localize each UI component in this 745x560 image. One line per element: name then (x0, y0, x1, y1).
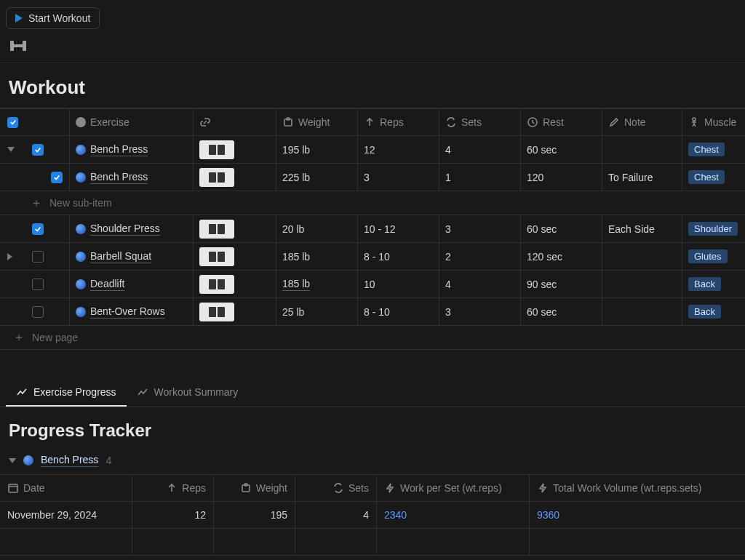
cell-weight: 195 (214, 502, 295, 528)
exercise-name[interactable]: Shoulder Press (90, 223, 160, 236)
col-wps[interactable]: Work per Set (wt.reps) (377, 475, 530, 501)
cell-weight[interactable]: 185 lb (276, 271, 358, 297)
group-header[interactable]: Bench Press 4 (0, 449, 745, 474)
progress-row-empty[interactable] (0, 529, 745, 556)
row-checkbox[interactable] (32, 279, 44, 290)
cell-sets[interactable]: 1 (439, 164, 521, 191)
cell-reps[interactable]: 8 - 10 (358, 243, 439, 270)
exercise-name[interactable]: Deadlift (90, 278, 124, 291)
progress-row[interactable]: November 29, 2024 12 195 4 2340 9360 (0, 502, 745, 529)
new-page-button[interactable]: ＋ New page (0, 326, 745, 349)
cell-weight[interactable]: 20 lb (276, 215, 358, 242)
col-muscle[interactable]: Muscle (682, 109, 745, 135)
cell-weight[interactable]: 225 lb (276, 164, 358, 191)
table-row[interactable]: Shoulder Press20 lb10 - 12360 secEach Si… (0, 215, 745, 243)
muscle-tag[interactable]: Chest (688, 170, 725, 184)
cell-reps[interactable]: 3 (358, 164, 439, 191)
row-checkbox[interactable] (32, 306, 44, 318)
tab-exercise-progress[interactable]: Exercise Progress (6, 379, 127, 407)
cell-wps: 2340 (377, 502, 530, 528)
table-row[interactable]: Deadlift185 lb10490 secBack (0, 271, 745, 298)
muscle-tag[interactable]: Glutes (688, 249, 728, 263)
header-checkbox-cell[interactable] (0, 109, 28, 135)
cell-note[interactable]: To Failure (602, 164, 682, 191)
cell-rest[interactable]: 60 sec (521, 215, 602, 242)
exercise-thumbnail[interactable] (199, 247, 234, 266)
muscle-tag[interactable]: Chest (688, 143, 725, 156)
col-weight[interactable]: Weight (276, 109, 358, 135)
link-icon (199, 116, 211, 128)
muscle-tag[interactable]: Shoulder (688, 222, 738, 236)
table-row[interactable]: Bench Press225 lb31120To FailureChest (0, 164, 745, 191)
dumbbell-icon (10, 42, 26, 49)
cell-reps[interactable]: 10 - 12 (358, 215, 439, 242)
exercise-thumbnail[interactable] (199, 303, 234, 321)
cell-rest[interactable]: 90 sec (521, 271, 602, 297)
cell-note[interactable] (602, 136, 682, 163)
new-sub-item-button[interactable]: ＋New sub-item (0, 191, 745, 215)
cell-weight[interactable]: 185 lb (276, 243, 358, 270)
group-name: Bench Press (41, 454, 98, 467)
col-exercise[interactable]: Exercise (70, 109, 194, 135)
col-sets2[interactable]: Sets (295, 475, 377, 501)
cell-sets[interactable]: 4 (439, 136, 521, 163)
cell-note[interactable] (602, 298, 682, 325)
table-row[interactable]: Bent-Over Rows25 lb8 - 10360 secBack (0, 298, 745, 326)
cell-note[interactable] (602, 271, 682, 297)
bolt-icon (384, 482, 396, 494)
cell-reps[interactable]: 12 (358, 136, 439, 163)
chart-icon (137, 386, 148, 398)
row-checkbox[interactable] (51, 172, 63, 183)
dot-icon (76, 117, 86, 127)
col-sets[interactable]: Sets (439, 109, 521, 135)
exercise-name[interactable]: Barbell Squat (90, 250, 151, 263)
workout-table: Exercise Weight Reps Sets Rest Note (0, 108, 745, 350)
cell-note[interactable]: Each Side (602, 215, 682, 242)
col-date[interactable]: Date (0, 475, 132, 501)
cell-sets[interactable]: 3 (439, 298, 521, 325)
col-note[interactable]: Note (602, 109, 682, 135)
row-checkbox[interactable] (32, 144, 44, 156)
cell-sets[interactable]: 4 (439, 271, 521, 297)
col-weight2[interactable]: Weight (214, 475, 295, 501)
col-rest[interactable]: Rest (521, 109, 602, 135)
cell-rest[interactable]: 60 sec (521, 298, 602, 325)
chevron-down-icon[interactable] (7, 147, 15, 152)
cell-reps[interactable]: 10 (358, 271, 439, 297)
exercise-thumbnail[interactable] (199, 168, 234, 187)
cell-reps: 12 (132, 502, 214, 528)
table-row[interactable]: Barbell Squat185 lb8 - 102120 secGlutes (0, 243, 745, 271)
col-link[interactable] (194, 109, 276, 135)
start-workout-button[interactable]: Start Workout (6, 7, 100, 29)
plus-icon: ＋ (31, 197, 42, 209)
progress-tracker-title: Progress Tracker (0, 407, 745, 449)
cell-weight[interactable]: 25 lb (276, 298, 358, 325)
exercise-thumbnail[interactable] (199, 275, 234, 294)
cell-twv: 9360 (530, 502, 745, 528)
col-reps2[interactable]: Reps (132, 475, 214, 501)
cell-reps[interactable]: 8 - 10 (358, 298, 439, 325)
progress-header-row: Date Reps Weight Sets Work per Set (wt.r… (0, 474, 745, 502)
exercise-name[interactable]: Bench Press (90, 171, 148, 184)
cell-note[interactable] (602, 243, 682, 270)
tab-workout-summary[interactable]: Workout Summary (127, 379, 249, 407)
muscle-tag[interactable]: Back (688, 277, 721, 291)
cell-rest[interactable]: 120 sec (521, 243, 602, 270)
row-checkbox[interactable] (32, 223, 44, 235)
exercise-thumbnail[interactable] (199, 220, 234, 239)
col-twv[interactable]: Total Work Volume (wt.reps.sets) (530, 475, 745, 501)
weight-icon (240, 482, 252, 494)
cell-sets[interactable]: 3 (439, 215, 521, 242)
cell-rest[interactable]: 120 (521, 164, 602, 191)
exercise-name[interactable]: Bench Press (90, 143, 148, 156)
row-checkbox[interactable] (32, 251, 44, 263)
chevron-right-icon[interactable] (7, 253, 12, 260)
table-row[interactable]: Bench Press195 lb12460 secChest (0, 136, 745, 164)
cell-sets[interactable]: 2 (439, 243, 521, 270)
cell-rest[interactable]: 60 sec (521, 136, 602, 163)
exercise-name[interactable]: Bent-Over Rows (90, 305, 165, 319)
exercise-thumbnail[interactable] (199, 140, 234, 159)
muscle-tag[interactable]: Back (688, 305, 721, 319)
cell-weight[interactable]: 195 lb (276, 136, 358, 163)
col-reps[interactable]: Reps (358, 109, 439, 135)
